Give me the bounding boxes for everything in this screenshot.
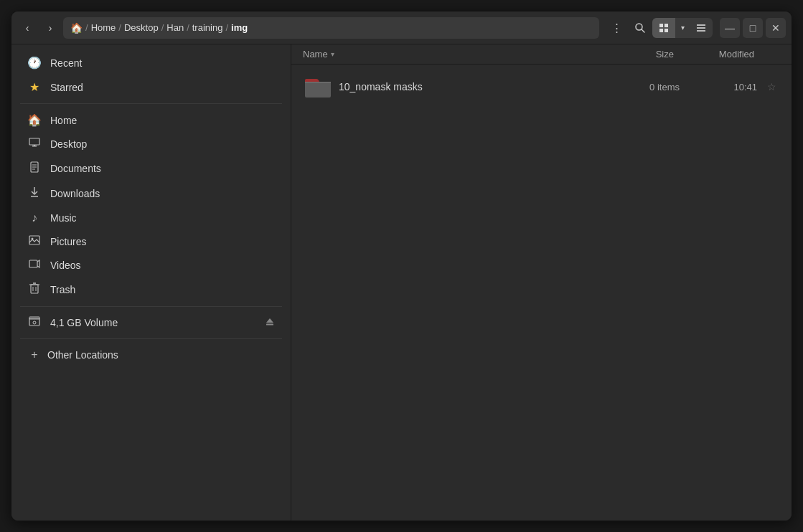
sidebar-divider-3 — [20, 338, 282, 339]
breadcrumb-sep: / — [161, 22, 164, 33]
svg-rect-6 — [697, 24, 705, 26]
breadcrumb-current[interactable]: img — [231, 22, 248, 33]
sidebar-label-other-locations: Other Locations — [47, 349, 118, 361]
forward-button[interactable]: › — [40, 18, 60, 38]
videos-icon — [27, 259, 42, 272]
breadcrumb-sep: / — [187, 22, 189, 33]
sidebar-label-pictures: Pictures — [50, 236, 87, 247]
search-icon — [634, 22, 645, 33]
svg-rect-32 — [305, 82, 331, 83]
column-name[interactable]: Name ▾ — [303, 49, 602, 60]
sort-arrow: ▾ — [331, 50, 334, 58]
other-locations-icon: + — [27, 348, 42, 361]
breadcrumb-home-icon[interactable]: 🏠 — [70, 22, 83, 34]
sidebar-item-desktop[interactable]: Desktop — [16, 133, 286, 156]
column-modified-label: Modified — [719, 49, 754, 60]
close-button[interactable]: ✕ — [766, 18, 786, 38]
svg-rect-20 — [29, 260, 37, 267]
sidebar-item-other-locations[interactable]: + Other Locations — [16, 343, 286, 366]
table-row[interactable]: 10_nomask masks 0 items 10:41 ☆ — [297, 67, 786, 106]
home-icon: 🏠 — [27, 113, 42, 127]
sidebar-item-videos[interactable]: Videos — [16, 254, 286, 277]
sidebar-label-home: Home — [50, 115, 77, 126]
window-controls: — □ ✕ — [720, 18, 786, 38]
svg-line-1 — [642, 29, 644, 32]
list-icon — [696, 23, 706, 33]
svg-rect-30 — [266, 323, 273, 325]
minimize-button[interactable]: — — [720, 18, 740, 38]
star-button[interactable]: ☆ — [763, 81, 780, 92]
file-manager-window: ‹ › 🏠 / Home / Desktop / Han / training … — [11, 11, 792, 521]
pictures-icon — [27, 235, 42, 248]
sidebar-item-documents[interactable]: Documents — [16, 156, 286, 181]
file-modified: 10:41 — [685, 82, 757, 92]
view-toggle-group: ▾ — [652, 18, 713, 38]
sidebar-label-downloads: Downloads — [50, 188, 100, 199]
column-modified[interactable]: Modified — [674, 49, 760, 60]
recent-icon: 🕐 — [27, 56, 42, 70]
sidebar-item-pictures[interactable]: Pictures — [16, 230, 286, 253]
eject-icon[interactable] — [265, 317, 275, 329]
svg-rect-31 — [305, 82, 331, 98]
column-size[interactable]: Size — [602, 49, 674, 60]
breadcrumb: 🏠 / Home / Desktop / Han / training / im… — [63, 17, 599, 39]
music-icon: ♪ — [27, 212, 42, 224]
sidebar-label-music: Music — [50, 212, 77, 224]
svg-rect-5 — [665, 29, 668, 32]
svg-rect-3 — [665, 24, 668, 27]
file-name: 10_nomask masks — [339, 81, 602, 92]
breadcrumb-training[interactable]: training — [192, 22, 223, 33]
sidebar-item-volume[interactable]: 4,1 GB Volume — [16, 311, 286, 334]
sidebar-item-trash[interactable]: Trash — [16, 277, 286, 302]
maximize-button[interactable]: □ — [743, 18, 763, 38]
trash-icon — [27, 282, 42, 297]
svg-rect-10 — [32, 146, 37, 147]
breadcrumb-sep: / — [85, 22, 88, 33]
volume-icon — [27, 316, 42, 329]
sidebar-label-starred: Starred — [50, 82, 83, 93]
starred-icon: ★ — [27, 80, 42, 94]
file-size: 0 items — [608, 82, 680, 92]
desktop-icon — [27, 138, 42, 151]
sidebar-item-downloads[interactable]: Downloads — [16, 181, 286, 206]
view-dropdown-button[interactable]: ▾ — [675, 18, 690, 38]
list-view-button[interactable] — [690, 18, 713, 38]
titlebar-actions: ⋮ — [606, 18, 649, 38]
svg-rect-2 — [659, 24, 663, 27]
svg-rect-8 — [697, 30, 705, 32]
svg-point-28 — [33, 321, 36, 324]
file-area: Name ▾ Size Modified — [291, 44, 792, 521]
svg-rect-21 — [31, 285, 38, 293]
sidebar-item-starred[interactable]: ★ Starred — [16, 75, 286, 99]
folder-icon — [304, 75, 332, 99]
sidebar: 🕐 Recent ★ Starred 🏠 Home — [11, 44, 291, 521]
sidebar-item-home[interactable]: 🏠 Home — [16, 108, 286, 132]
sidebar-label-videos: Videos — [50, 260, 81, 271]
file-list: 10_nomask masks 0 items 10:41 ☆ — [291, 65, 792, 521]
grid-view-button[interactable] — [652, 18, 675, 38]
back-button[interactable]: ‹ — [17, 18, 37, 38]
sidebar-divider — [20, 103, 282, 104]
main-area: 🕐 Recent ★ Starred 🏠 Home — [11, 44, 792, 521]
grid-icon — [659, 23, 669, 33]
sidebar-item-recent[interactable]: 🕐 Recent — [16, 51, 286, 75]
svg-marker-29 — [266, 318, 273, 323]
sidebar-label-recent: Recent — [50, 57, 82, 69]
breadcrumb-han[interactable]: Han — [166, 22, 184, 33]
sidebar-label-volume: 4,1 GB Volume — [50, 317, 118, 328]
column-size-label: Size — [656, 49, 674, 60]
svg-rect-7 — [697, 27, 705, 29]
svg-rect-11 — [34, 145, 35, 146]
breadcrumb-sep: / — [118, 22, 121, 33]
breadcrumb-desktop[interactable]: Desktop — [124, 22, 159, 33]
svg-rect-9 — [29, 138, 39, 145]
sidebar-item-music[interactable]: ♪ Music — [16, 206, 286, 229]
titlebar: ‹ › 🏠 / Home / Desktop / Han / training … — [11, 11, 792, 44]
svg-rect-4 — [659, 29, 663, 32]
folder-icon-wrapper — [303, 72, 333, 102]
sidebar-divider-2 — [20, 306, 282, 307]
documents-icon — [27, 161, 42, 176]
search-button[interactable] — [629, 18, 649, 38]
menu-button[interactable]: ⋮ — [606, 18, 626, 38]
breadcrumb-home[interactable]: Home — [91, 22, 116, 33]
